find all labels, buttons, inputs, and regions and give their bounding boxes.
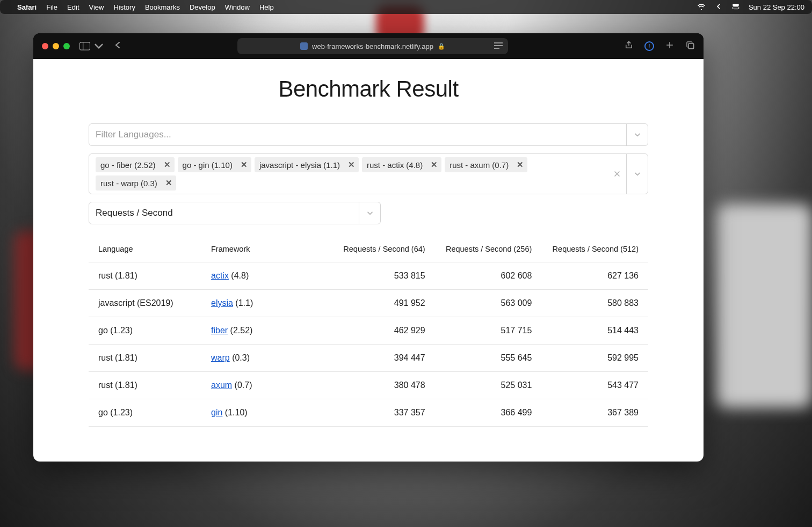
lock-icon: 🔒 xyxy=(438,43,445,50)
framework-chip: rust - actix (4.8)✕ xyxy=(362,157,441,172)
framework-chip-remove[interactable]: ✕ xyxy=(427,157,441,172)
metric-value: Requests / Second xyxy=(96,208,173,218)
menubar-item-bookmarks[interactable]: Bookmarks xyxy=(145,3,180,11)
svg-rect-1 xyxy=(733,6,739,9)
svg-rect-0 xyxy=(733,4,739,6)
filter-frameworks-select[interactable]: go - fiber (2.52)✕go - gin (1.10)✕javasc… xyxy=(89,153,648,194)
cell-language: rust (1.81) xyxy=(98,380,211,390)
table-row: rust (1.81)actix (4.8)533 815602 608627 … xyxy=(89,262,648,290)
th-req64: Requests / Second (64) xyxy=(318,245,425,253)
results-table: Language Framework Requests / Second (64… xyxy=(89,236,648,427)
menubar-datetime[interactable]: Sun 22 Sep 22:00 xyxy=(749,3,804,11)
framework-chip-remove[interactable]: ✕ xyxy=(237,157,251,172)
framework-link[interactable]: actix xyxy=(211,271,229,280)
framework-link[interactable]: gin xyxy=(211,408,222,417)
framework-version: (2.52) xyxy=(228,326,252,335)
cell-req512: 592 995 xyxy=(532,353,639,363)
table-row: rust (1.81)warp (0.3)394 447555 645592 9… xyxy=(89,345,648,372)
cell-framework: gin (1.10) xyxy=(211,408,318,418)
framework-chip-label: rust - axum (0.7) xyxy=(445,158,513,172)
cell-language: go (1.23) xyxy=(98,408,211,418)
tab-overview-icon[interactable] xyxy=(685,40,695,52)
framework-chip-remove[interactable]: ✕ xyxy=(513,157,527,172)
menubar-app-name[interactable]: Safari xyxy=(17,3,37,11)
reader-mode-icon[interactable] xyxy=(494,42,503,51)
framework-chip-remove[interactable]: ✕ xyxy=(160,157,175,172)
th-language: Language xyxy=(98,245,211,253)
window-close-button[interactable] xyxy=(42,43,48,49)
metric-select[interactable]: Requests / Second xyxy=(89,202,381,224)
filter-frameworks-dropdown-indicator[interactable] xyxy=(626,154,648,194)
cell-language: rust (1.81) xyxy=(98,353,211,363)
back-nav-icon[interactable] xyxy=(714,2,723,12)
menubar-item-view[interactable]: View xyxy=(89,3,104,11)
menubar-item-history[interactable]: History xyxy=(113,3,135,11)
filter-languages-placeholder: Filter Languages... xyxy=(96,129,171,140)
table-row: go (1.23)fiber (2.52)462 929517 715514 4… xyxy=(89,317,648,345)
window-maximize-button[interactable] xyxy=(63,43,70,49)
cell-req512: 514 443 xyxy=(532,326,639,335)
cell-framework: elysia (1.1) xyxy=(211,298,318,308)
share-icon[interactable] xyxy=(624,40,634,52)
menubar-item-window[interactable]: Window xyxy=(225,3,250,11)
cell-req512: 627 136 xyxy=(532,271,639,281)
filter-languages-dropdown-indicator[interactable] xyxy=(626,124,648,145)
svg-rect-5 xyxy=(494,45,503,46)
cell-req512: 367 389 xyxy=(532,408,639,418)
url-bar[interactable]: web-frameworks-benchmark.netlify.app 🔒 xyxy=(237,38,508,54)
framework-chip-label: rust - actix (4.8) xyxy=(362,158,427,172)
menubar-item-edit[interactable]: Edit xyxy=(67,3,79,11)
svg-rect-6 xyxy=(494,48,499,49)
chevron-down-icon xyxy=(93,42,104,50)
cell-req256: 602 608 xyxy=(425,271,532,281)
menubar-item-file[interactable]: File xyxy=(46,3,57,11)
framework-chip-label: go - fiber (2.52) xyxy=(96,158,160,172)
filter-languages-select[interactable]: Filter Languages... xyxy=(89,123,648,146)
table-row: javascript (ES2019)elysia (1.1)491 95256… xyxy=(89,290,648,317)
framework-chip: go - fiber (2.52)✕ xyxy=(96,157,175,172)
cell-language: go (1.23) xyxy=(98,326,211,335)
cell-req64: 337 357 xyxy=(318,408,425,418)
menubar-item-help[interactable]: Help xyxy=(259,3,274,11)
wifi-icon[interactable] xyxy=(697,2,706,12)
cell-req256: 517 715 xyxy=(425,326,532,335)
cell-req256: 366 499 xyxy=(425,408,532,418)
control-center-icon[interactable] xyxy=(731,2,740,12)
th-framework: Framework xyxy=(211,245,318,253)
table-header-row: Language Framework Requests / Second (64… xyxy=(89,236,648,262)
clear-all-button[interactable] xyxy=(608,154,626,194)
svg-rect-8 xyxy=(688,43,694,49)
page-content: Benchmark Result Filter Languages... go … xyxy=(33,59,704,462)
framework-chip: javascript - elysia (1.1)✕ xyxy=(255,157,359,172)
svg-rect-4 xyxy=(494,42,503,43)
cell-framework: warp (0.3) xyxy=(211,353,318,363)
table-row: rust (1.81)axum (0.7)380 478525 031543 4… xyxy=(89,372,648,399)
sidebar-toggle-button[interactable] xyxy=(79,42,104,50)
extension-icon[interactable]: ! xyxy=(644,41,654,51)
safari-window: web-frameworks-benchmark.netlify.app 🔒 !… xyxy=(33,33,704,462)
cell-req64: 462 929 xyxy=(318,326,425,335)
framework-link[interactable]: elysia xyxy=(211,298,233,308)
nav-back-button[interactable] xyxy=(114,41,121,51)
safari-titlebar: web-frameworks-benchmark.netlify.app 🔒 ! xyxy=(33,33,704,59)
table-row: go (1.23)gin (1.10)337 357366 499367 389 xyxy=(89,399,648,427)
framework-chip-label: rust - warp (0.3) xyxy=(96,176,162,191)
framework-chip: rust - axum (0.7)✕ xyxy=(445,157,527,172)
framework-link[interactable]: warp xyxy=(211,353,230,362)
page-title: Benchmark Result xyxy=(89,76,648,102)
framework-chip-remove[interactable]: ✕ xyxy=(344,157,359,172)
metric-dropdown-indicator[interactable] xyxy=(359,202,380,224)
cell-language: javascript (ES2019) xyxy=(98,298,211,308)
framework-link[interactable]: fiber xyxy=(211,326,228,335)
framework-version: (4.8) xyxy=(229,271,249,280)
site-favicon-icon xyxy=(300,42,308,50)
menubar-item-develop[interactable]: Develop xyxy=(190,3,215,11)
window-minimize-button[interactable] xyxy=(53,43,59,49)
framework-link[interactable]: axum xyxy=(211,380,232,390)
cell-req64: 380 478 xyxy=(318,380,425,390)
chevron-down-icon xyxy=(633,130,642,139)
new-tab-button[interactable] xyxy=(665,40,675,52)
framework-chip-remove[interactable]: ✕ xyxy=(162,175,176,191)
x-icon xyxy=(613,170,621,178)
framework-chip-label: go - gin (1.10) xyxy=(178,158,237,172)
